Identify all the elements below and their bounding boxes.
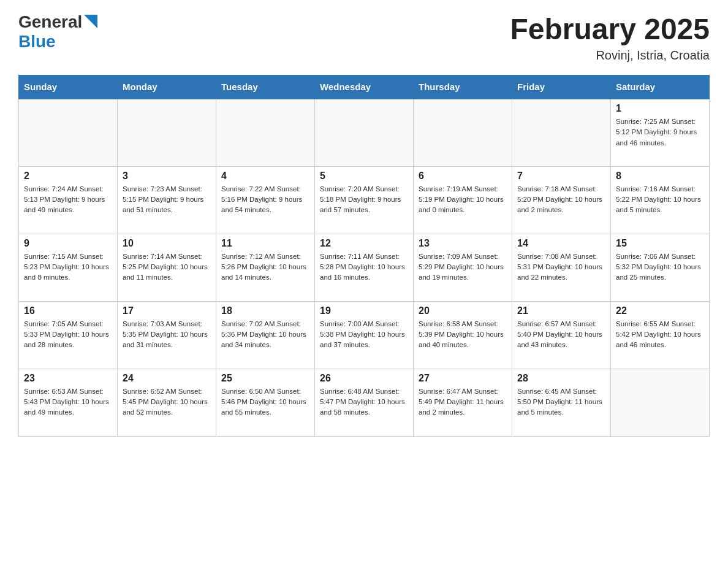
- day-number: 28: [517, 373, 605, 384]
- calendar-cell: [414, 99, 512, 166]
- day-info: Sunrise: 7:16 AM Sunset: 5:22 PM Dayligh…: [616, 184, 704, 216]
- day-number: 1: [616, 103, 704, 114]
- day-info: Sunrise: 7:15 AM Sunset: 5:23 PM Dayligh…: [24, 251, 112, 283]
- calendar-cell: 24Sunrise: 6:52 AM Sunset: 5:45 PM Dayli…: [118, 369, 216, 436]
- day-number: 5: [320, 170, 408, 182]
- day-number: 18: [221, 305, 309, 316]
- day-number: 8: [616, 170, 704, 182]
- calendar-cell: 2Sunrise: 7:24 AM Sunset: 5:13 PM Daylig…: [19, 166, 118, 234]
- calendar-cell: 16Sunrise: 7:05 AM Sunset: 5:33 PM Dayli…: [19, 301, 118, 369]
- day-info: Sunrise: 6:57 AM Sunset: 5:40 PM Dayligh…: [517, 319, 605, 351]
- day-number: 19: [320, 305, 408, 316]
- calendar-cell: 25Sunrise: 6:50 AM Sunset: 5:46 PM Dayli…: [216, 369, 315, 436]
- day-info: Sunrise: 7:00 AM Sunset: 5:38 PM Dayligh…: [320, 319, 408, 351]
- logo-arrow-icon: [84, 15, 97, 28]
- calendar-cell: 18Sunrise: 7:02 AM Sunset: 5:36 PM Dayli…: [216, 301, 315, 369]
- weekday-header-row: SundayMondayTuesdayWednesdayThursdayFrid…: [19, 75, 710, 99]
- calendar-cell: 20Sunrise: 6:58 AM Sunset: 5:39 PM Dayli…: [414, 301, 512, 369]
- weekday-header-sunday: Sunday: [19, 75, 118, 99]
- day-info: Sunrise: 7:25 AM Sunset: 5:12 PM Dayligh…: [616, 117, 704, 148]
- day-info: Sunrise: 6:52 AM Sunset: 5:45 PM Dayligh…: [123, 386, 211, 418]
- day-info: Sunrise: 6:45 AM Sunset: 5:50 PM Dayligh…: [517, 386, 605, 418]
- page-header: General Blue February 2025 Rovinj, Istri…: [18, 12, 710, 63]
- day-number: 11: [221, 238, 309, 249]
- calendar-cell: 12Sunrise: 7:11 AM Sunset: 5:28 PM Dayli…: [315, 234, 414, 301]
- day-info: Sunrise: 6:48 AM Sunset: 5:47 PM Dayligh…: [320, 386, 408, 418]
- day-number: 9: [24, 238, 112, 249]
- day-info: Sunrise: 7:06 AM Sunset: 5:32 PM Dayligh…: [616, 251, 704, 283]
- calendar-cell: 17Sunrise: 7:03 AM Sunset: 5:35 PM Dayli…: [118, 301, 216, 369]
- calendar-cell: 23Sunrise: 6:53 AM Sunset: 5:43 PM Dayli…: [19, 369, 118, 436]
- day-number: 27: [419, 373, 507, 384]
- day-info: Sunrise: 7:20 AM Sunset: 5:18 PM Dayligh…: [320, 184, 408, 216]
- calendar-cell: 7Sunrise: 7:18 AM Sunset: 5:20 PM Daylig…: [512, 166, 611, 234]
- day-number: 25: [221, 373, 309, 384]
- day-number: 6: [419, 170, 507, 182]
- calendar-cell: 15Sunrise: 7:06 AM Sunset: 5:32 PM Dayli…: [611, 234, 710, 301]
- day-number: 26: [320, 373, 408, 384]
- calendar-cell: 21Sunrise: 6:57 AM Sunset: 5:40 PM Dayli…: [512, 301, 611, 369]
- calendar-cell: 22Sunrise: 6:55 AM Sunset: 5:42 PM Dayli…: [611, 301, 710, 369]
- calendar-cell: 19Sunrise: 7:00 AM Sunset: 5:38 PM Dayli…: [315, 301, 414, 369]
- day-info: Sunrise: 7:05 AM Sunset: 5:33 PM Dayligh…: [24, 319, 112, 351]
- weekday-header-monday: Monday: [118, 75, 216, 99]
- weekday-header-wednesday: Wednesday: [315, 75, 414, 99]
- day-info: Sunrise: 7:12 AM Sunset: 5:26 PM Dayligh…: [221, 251, 309, 283]
- calendar-cell: 6Sunrise: 7:19 AM Sunset: 5:19 PM Daylig…: [414, 166, 512, 234]
- day-number: 22: [616, 305, 704, 316]
- day-number: 13: [419, 238, 507, 249]
- day-number: 12: [320, 238, 408, 249]
- location-subtitle: Rovinj, Istria, Croatia: [510, 48, 710, 63]
- day-number: 15: [616, 238, 704, 249]
- calendar-cell: 11Sunrise: 7:12 AM Sunset: 5:26 PM Dayli…: [216, 234, 315, 301]
- day-number: 23: [24, 373, 112, 384]
- weekday-header-thursday: Thursday: [414, 75, 512, 99]
- day-info: Sunrise: 6:53 AM Sunset: 5:43 PM Dayligh…: [24, 386, 112, 418]
- day-info: Sunrise: 7:23 AM Sunset: 5:15 PM Dayligh…: [123, 184, 211, 216]
- logo-general-text: General: [18, 12, 82, 32]
- calendar-cell: [118, 99, 216, 166]
- calendar-week-row: 23Sunrise: 6:53 AM Sunset: 5:43 PM Dayli…: [19, 369, 710, 436]
- calendar-cell: 26Sunrise: 6:48 AM Sunset: 5:47 PM Dayli…: [315, 369, 414, 436]
- day-info: Sunrise: 7:22 AM Sunset: 5:16 PM Dayligh…: [221, 184, 309, 216]
- day-number: 3: [123, 170, 211, 182]
- calendar-cell: 13Sunrise: 7:09 AM Sunset: 5:29 PM Dayli…: [414, 234, 512, 301]
- calendar-cell: 1Sunrise: 7:25 AM Sunset: 5:12 PM Daylig…: [611, 99, 710, 166]
- calendar-cell: 28Sunrise: 6:45 AM Sunset: 5:50 PM Dayli…: [512, 369, 611, 436]
- calendar-week-row: 2Sunrise: 7:24 AM Sunset: 5:13 PM Daylig…: [19, 166, 710, 234]
- calendar-cell: [19, 99, 118, 166]
- day-number: 7: [517, 170, 605, 182]
- day-number: 10: [123, 238, 211, 249]
- day-info: Sunrise: 7:14 AM Sunset: 5:25 PM Dayligh…: [123, 251, 211, 283]
- svg-marker-0: [84, 15, 97, 28]
- day-number: 2: [24, 170, 112, 182]
- day-info: Sunrise: 7:11 AM Sunset: 5:28 PM Dayligh…: [320, 251, 408, 283]
- day-number: 20: [419, 305, 507, 316]
- calendar-cell: [611, 369, 710, 436]
- month-title: February 2025: [510, 12, 710, 46]
- calendar-cell: 9Sunrise: 7:15 AM Sunset: 5:23 PM Daylig…: [19, 234, 118, 301]
- calendar-cell: 8Sunrise: 7:16 AM Sunset: 5:22 PM Daylig…: [611, 166, 710, 234]
- weekday-header-tuesday: Tuesday: [216, 75, 315, 99]
- day-info: Sunrise: 7:18 AM Sunset: 5:20 PM Dayligh…: [517, 184, 605, 216]
- day-number: 4: [221, 170, 309, 182]
- day-info: Sunrise: 6:55 AM Sunset: 5:42 PM Dayligh…: [616, 319, 704, 351]
- calendar-week-row: 9Sunrise: 7:15 AM Sunset: 5:23 PM Daylig…: [19, 234, 710, 301]
- calendar-week-row: 16Sunrise: 7:05 AM Sunset: 5:33 PM Dayli…: [19, 301, 710, 369]
- day-info: Sunrise: 7:02 AM Sunset: 5:36 PM Dayligh…: [221, 319, 309, 351]
- day-info: Sunrise: 6:47 AM Sunset: 5:49 PM Dayligh…: [419, 386, 507, 418]
- day-info: Sunrise: 7:09 AM Sunset: 5:29 PM Dayligh…: [419, 251, 507, 283]
- day-info: Sunrise: 7:03 AM Sunset: 5:35 PM Dayligh…: [123, 319, 211, 351]
- calendar-cell: 3Sunrise: 7:23 AM Sunset: 5:15 PM Daylig…: [118, 166, 216, 234]
- logo-blue-text: Blue: [18, 32, 56, 51]
- calendar-table: SundayMondayTuesdayWednesdayThursdayFrid…: [18, 75, 710, 437]
- day-number: 14: [517, 238, 605, 249]
- day-number: 17: [123, 305, 211, 316]
- calendar-week-row: 1Sunrise: 7:25 AM Sunset: 5:12 PM Daylig…: [19, 99, 710, 166]
- day-number: 16: [24, 305, 112, 316]
- calendar-cell: 4Sunrise: 7:22 AM Sunset: 5:16 PM Daylig…: [216, 166, 315, 234]
- day-info: Sunrise: 6:50 AM Sunset: 5:46 PM Dayligh…: [221, 386, 309, 418]
- calendar-cell: 14Sunrise: 7:08 AM Sunset: 5:31 PM Dayli…: [512, 234, 611, 301]
- day-number: 21: [517, 305, 605, 316]
- day-info: Sunrise: 6:58 AM Sunset: 5:39 PM Dayligh…: [419, 319, 507, 351]
